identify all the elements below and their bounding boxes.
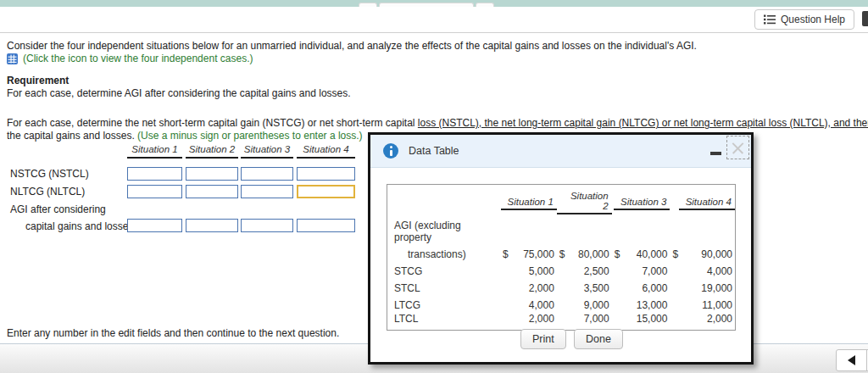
agi-label-line2: transactions) [387,245,500,262]
row-label-nltcg: NLTCG (NLTCL) [10,186,85,198]
task-instructions-line1: For each case, determine the net short-t… [7,117,868,129]
nav-button-group [836,349,868,371]
agi-value-1: $75,000 [500,245,557,262]
requirement-text: For each case, determine AGI after consi… [7,87,351,99]
answer-col-header-situation2: Situation 2 [186,144,238,159]
table-row-agi-values: transactions) $75,000 $80,000 $40,000 $9… [387,245,735,262]
currency-symbol: $ [615,248,620,260]
task-line2-plain: the capital gains and losses. [7,130,137,142]
currency-symbol: $ [559,248,565,260]
view-cases-link[interactable]: (Click the icon to view the four indepen… [23,53,253,64]
input-agi-situation4[interactable] [297,219,355,232]
answer-col-header-situation3: Situation 3 [241,144,293,159]
input-nltcg-situation3[interactable] [241,185,293,198]
col-header-situation3: Situation 3 [614,197,670,210]
screen: Question Help Consider the four independ… [0,0,868,373]
minimize-button[interactable] [708,145,723,158]
input-nstcg-situation3[interactable] [241,167,293,181]
answer-col-header-situation1: Situation 1 [127,144,182,159]
dialog-body: Situation 1 Situation 2 Situation 3 Situ… [370,168,751,361]
list-icon [764,14,776,25]
currency-symbol: $ [503,248,509,260]
col-header-situation4: Situation 4 [679,197,735,210]
app-header: Question Help [0,7,868,33]
table-row-stcg: STCG 5,000 2,500 7,000 4,000 [387,262,735,279]
input-nltcg-situation2[interactable] [186,185,238,198]
bookmark-icon[interactable] [862,11,868,26]
top-teal-bar [0,0,868,7]
agi-label-line1: AGI (excluding property [387,214,500,245]
table-row-ltcl: LTCL 2,000 7,000 15,000 2,000 [387,313,735,330]
question-help-label: Question Help [781,14,845,25]
minimize-icon [710,152,721,155]
agi-value-4: $90,000 [670,245,735,262]
row-label-agi-line1: AGI after considering [10,203,106,215]
close-button[interactable] [726,136,749,159]
requirement-heading: Requirement [7,75,69,86]
data-table-header-row: Situation 1 Situation 2 Situation 3 Situ… [387,185,735,214]
dialog-title: Data Table [409,145,459,157]
done-button[interactable]: Done [574,329,623,349]
input-nstcg-situation2[interactable] [186,167,238,181]
table-row-ltcg: LTCG 4,000 9,000 13,000 11,000 [387,296,735,313]
data-table-link-row: (Click the icon to view the four indepen… [7,53,253,64]
dialog-header[interactable]: Data Table [370,135,751,168]
task-line1-plain: For each case, determine the net short-t… [7,117,418,129]
input-nstcg-situation1[interactable] [127,167,182,181]
prev-arrow-icon [848,355,855,365]
task-line1-underlined: loss (NSTCL), the net long-term capital … [418,117,868,129]
row-label-agi-line2: capital gains and losses [25,220,133,232]
input-nltcg-situation4-focused[interactable] [297,185,355,198]
input-nstcg-situation4[interactable] [297,167,355,181]
row-label-nstcg: NSTCG (NSTCL) [10,168,89,180]
nav-previous-button[interactable] [837,350,866,370]
loss-entry-note: (Use a minus sign or parentheses to ente… [137,130,362,142]
currency-symbol: $ [672,248,678,260]
answer-col-header-situation4: Situation 4 [297,144,355,159]
intro-text: Consider the four independent situations… [7,40,865,52]
table-row-stcl: STCL 2,000 3,500 6,000 19,000 [387,279,735,296]
table-row-agi-label: AGI (excluding property [387,214,735,245]
data-table-dialog: Data Table Situation 1 Situation 2 Situa… [368,132,754,365]
agi-value-2: $80,000 [557,245,612,262]
dialog-button-bar: Print Done [370,329,751,349]
data-table: Situation 1 Situation 2 Situation 3 Situ… [387,184,736,331]
input-agi-situation3[interactable] [241,219,293,232]
col-header-situation2: Situation 2 [557,191,612,214]
info-icon [383,143,398,159]
col-header-situation1: Situation 1 [501,197,557,210]
input-nltcg-situation1[interactable] [127,185,182,198]
input-agi-situation2[interactable] [186,219,238,232]
question-help-button[interactable]: Question Help [754,9,854,30]
agi-value-3: $40,000 [612,245,670,262]
print-button[interactable]: Print [520,329,566,349]
table-icon[interactable] [7,53,18,64]
task-instructions-line2: the capital gains and losses. (Use a min… [7,130,363,142]
footer-note: Enter any number in the edit fields and … [7,327,339,339]
input-agi-situation1[interactable] [127,219,182,232]
